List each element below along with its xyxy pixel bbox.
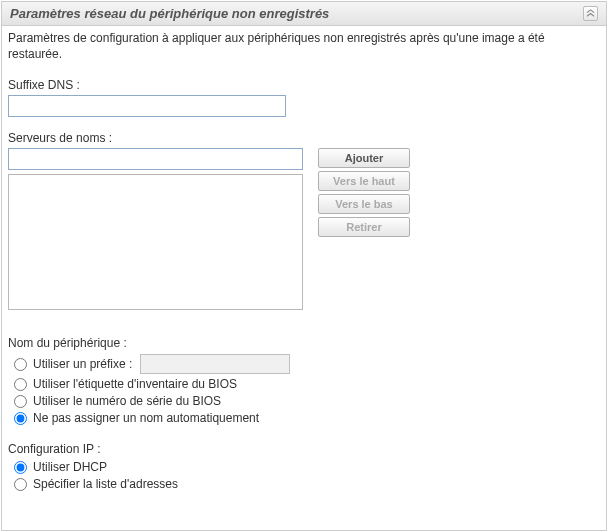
move-down-button[interactable]: Vers le bas [318,194,410,214]
ip-config-label: Configuration IP : [8,442,600,456]
device-name-radio-bios-asset[interactable] [14,378,27,391]
settings-panel: Paramètres réseau du périphérique non en… [1,1,607,531]
ip-config-radio-list[interactable] [14,478,27,491]
ip-config-radio-dhcp[interactable] [14,461,27,474]
remove-button[interactable]: Retirer [318,217,410,237]
device-name-radio-no-auto[interactable] [14,412,27,425]
dns-suffix-input[interactable] [8,95,286,117]
device-name-option-bios-asset: Utiliser l'étiquette d'inventaire du BIO… [33,377,237,391]
name-server-input[interactable] [8,148,303,170]
device-name-radio-bios-serial[interactable] [14,395,27,408]
panel-header: Paramètres réseau du périphérique non en… [2,2,606,26]
add-button[interactable]: Ajouter [318,148,410,168]
panel-title: Paramètres réseau du périphérique non en… [10,6,329,21]
panel-description: Paramètres de configuration à appliquer … [8,30,600,62]
panel-body: Paramètres de configuration à appliquer … [2,26,606,500]
name-servers-label: Serveurs de noms : [8,131,600,145]
device-name-option-bios-serial: Utiliser le numéro de série du BIOS [33,394,221,408]
dns-suffix-label: Suffixe DNS : [8,78,600,92]
device-name-option-no-auto: Ne pas assigner un nom automatiquement [33,411,259,425]
device-name-label: Nom du périphérique : [8,336,600,350]
move-up-button[interactable]: Vers le haut [318,171,410,191]
name-servers-listbox[interactable] [8,174,303,310]
collapse-button[interactable] [583,6,598,21]
chevron-up-icon [586,9,595,18]
device-name-group: Utiliser un préfixe : Utiliser l'étiquet… [8,354,600,425]
ip-config-group: Utiliser DHCP Spécifier la liste d'adres… [8,460,600,491]
device-name-prefix-input[interactable] [140,354,290,374]
ip-config-option-dhcp: Utiliser DHCP [33,460,107,474]
device-name-radio-prefix[interactable] [14,358,27,371]
device-name-option-prefix: Utiliser un préfixe : [33,357,132,371]
ip-config-option-list: Spécifier la liste d'adresses [33,477,178,491]
